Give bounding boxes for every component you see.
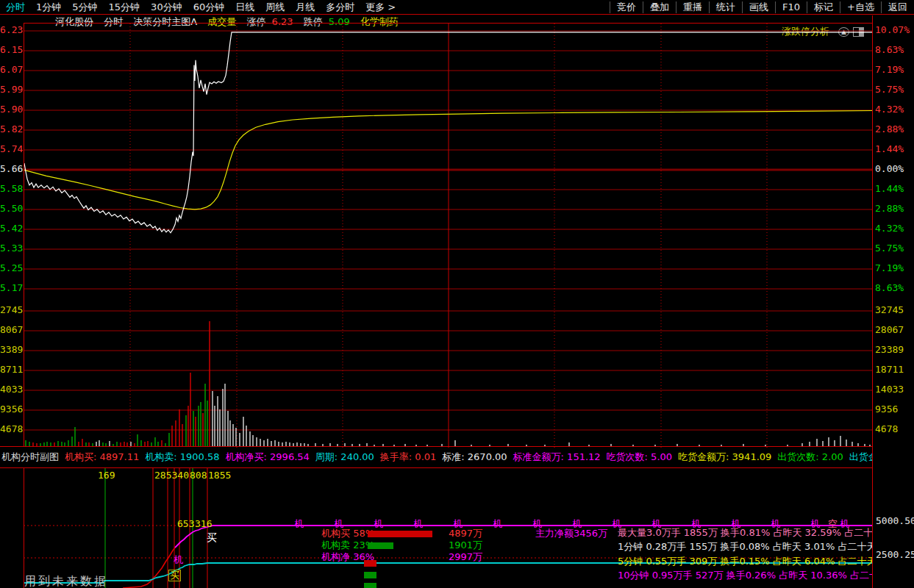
ji-signal-label: 机	[374, 519, 383, 529]
nav-period-4[interactable]: 30分钟	[151, 1, 182, 14]
stat-row-clip: 1分钟 0.28万手 155万 换手0.08% 占昨天 3.01% 占二十天高量…	[618, 542, 872, 552]
indicator-info-bar: 机构分时副图机构买: 4897.11机构卖: 1900.58机构净买: 2996…	[0, 446, 872, 468]
volume-axis-label: 14033	[875, 384, 904, 394]
nav-tool-5[interactable]: F10	[775, 1, 807, 13]
price-axis-label: 5.74	[0, 144, 22, 154]
ji-signal-label: 机	[493, 519, 502, 529]
intraday-chart[interactable]	[24, 23, 872, 447]
volume-axis-label: 9356	[0, 404, 22, 414]
mini-bar	[364, 583, 376, 588]
event-number: 285340	[154, 470, 189, 481]
volume-axis-label: 28067	[875, 325, 904, 334]
percent-axis-label: 10.07%	[875, 25, 910, 35]
event-number: 316	[195, 519, 212, 529]
price-axis-label: 5.50	[0, 204, 22, 213]
subchart-left-border	[24, 468, 24, 588]
price-axis-label: 5.42	[0, 223, 22, 233]
price-axis-label: 5.58	[0, 184, 22, 193]
nav-period-1[interactable]: 1分钟	[36, 1, 61, 14]
nav-tool-7[interactable]: +自选	[840, 1, 881, 13]
volume-axis-label: 2745	[0, 305, 22, 315]
mini-bar	[364, 572, 376, 578]
subchart-axis-value: 2500.25	[876, 550, 914, 560]
inst-row-bar-0	[368, 531, 432, 537]
volume-axis-label: 4678	[0, 424, 22, 434]
stat-row-1: 1分钟 0.28万手 155万 换手0.08% 占昨天 3.01% 占二十天高量…	[618, 542, 872, 552]
nav-tool-3[interactable]: 统计	[709, 1, 742, 13]
nav-period-7[interactable]: 周线	[265, 1, 285, 14]
event-number: 653	[177, 519, 194, 529]
price-axis-label: 5.17	[0, 283, 22, 293]
chart-right-border	[872, 15, 873, 588]
nav-period-5[interactable]: 60分钟	[193, 1, 225, 14]
percent-axis-label: 4.32%	[875, 223, 904, 233]
price-axis-label: 5.66	[0, 164, 22, 173]
price-axis-label: 6.07	[0, 65, 22, 74]
price-axis-label: 5.33	[0, 243, 22, 253]
trading-terminal: 分时1分钟5分钟15分钟30分钟60分钟日线周线月线多分时更多 > 竞价叠加重播…	[0, 0, 914, 588]
price-axis-label: 5.90	[0, 104, 22, 114]
nav-period-9[interactable]: 多分时	[326, 1, 354, 14]
percent-axis-label: 1.44%	[875, 144, 904, 154]
nav-period-3[interactable]: 15分钟	[109, 1, 140, 14]
ji-signal-label: 机	[174, 555, 183, 565]
percent-axis-label: 2.88%	[875, 124, 904, 134]
info-field-1: 机构卖: 1900.58	[145, 451, 219, 462]
top-nav: 分时1分钟5分钟15分钟30分钟60分钟日线周线月线多分时更多 > 竞价叠加重播…	[0, 0, 914, 15]
percent-axis-label: 5.75%	[875, 243, 904, 253]
info-field-3: 周期: 240.00	[315, 451, 374, 462]
info-field-2: 机构净买: 2996.54	[226, 451, 310, 462]
percent-axis-label: 7.19%	[875, 263, 904, 273]
price-axis-label: 5.99	[0, 85, 22, 94]
inst-row-label-0: 机构买 58%	[321, 528, 374, 539]
nav-tool-2[interactable]: 重播	[676, 1, 709, 13]
info-field-0: 机构买: 4897.11	[65, 451, 139, 462]
price-axis-label: 6.15	[0, 45, 22, 54]
volume-axis-label: 4033	[0, 384, 22, 394]
subchart-title: 机构分时副图	[1, 451, 59, 462]
price-axis-label: 5.25	[0, 263, 22, 273]
stat-row-2: 5分钟 0.55万手 309万 换手0.15% 占昨天 6.04% 占二十天高量…	[618, 556, 872, 567]
percent-axis-label: 8.63%	[875, 45, 904, 54]
percent-axis-label: 2.88%	[875, 204, 904, 213]
nav-tool-0[interactable]: 竞价	[610, 1, 643, 13]
percent-axis-label: 1.44%	[875, 184, 904, 193]
inst-row-value-2: 2997万	[449, 552, 482, 562]
nav-tool-1[interactable]: 叠加	[643, 1, 676, 13]
inst-row-label-1: 机构卖 23%	[321, 540, 374, 551]
price-axis-label: 6.23	[0, 25, 22, 35]
stat-row-clip: 10分钟 0.95万手 527万 换手0.26% 占昨天 10.36% 占二十天…	[618, 570, 872, 581]
subchart-axis-value: 5000.50	[876, 516, 914, 526]
nav-period-2[interactable]: 5分钟	[72, 1, 97, 14]
price-axis-label: 5.82	[0, 124, 22, 134]
nav-tool-8[interactable]: 返回	[881, 1, 914, 13]
volume-axis-label: 32745	[875, 305, 904, 315]
percent-axis-label: 7.19%	[875, 65, 904, 74]
mini-bar	[364, 560, 376, 567]
nav-period-8[interactable]: 月线	[296, 1, 315, 14]
ji-signal-label: 机	[413, 519, 423, 529]
info-field-8: 吃货金额万: 3941.09	[678, 451, 771, 462]
info-field-6: 标准金额万: 151.12	[513, 451, 601, 462]
info-field-4: 换手率: 0.01	[380, 451, 436, 462]
nav-period-10[interactable]: 更多 >	[365, 1, 396, 14]
inst-row-value-0: 4897万	[449, 528, 482, 539]
volume-axis-label: 8711	[0, 365, 22, 374]
info-field-10: 出货金额万: 485.49	[849, 451, 872, 462]
nav-period-6[interactable]: 日线	[235, 1, 254, 14]
info-field-5: 标准: 2670.00	[442, 451, 507, 462]
event-number: 808	[190, 470, 207, 481]
volume-axis-label: 3389	[0, 345, 22, 354]
nav-tool-4[interactable]: 画线	[742, 1, 775, 13]
nav-tool-6[interactable]: 标记	[807, 1, 840, 13]
period-tabs: 分时1分钟5分钟15分钟30分钟60分钟日线周线月线多分时更多 >	[0, 1, 407, 14]
buy-signal-yellow: 买	[168, 570, 181, 581]
nav-period-0[interactable]: 分时	[6, 1, 25, 14]
buy-signal-white: 买	[207, 532, 217, 542]
volume-axis-label: 9356	[875, 404, 898, 414]
info-field-9: 出货次数: 2.00	[777, 451, 843, 462]
event-number: 1855	[208, 470, 231, 481]
percent-axis-label: 4.32%	[875, 104, 904, 114]
volume-axis-label: 23389	[875, 345, 904, 354]
percent-axis-label: 8.63%	[875, 283, 904, 293]
